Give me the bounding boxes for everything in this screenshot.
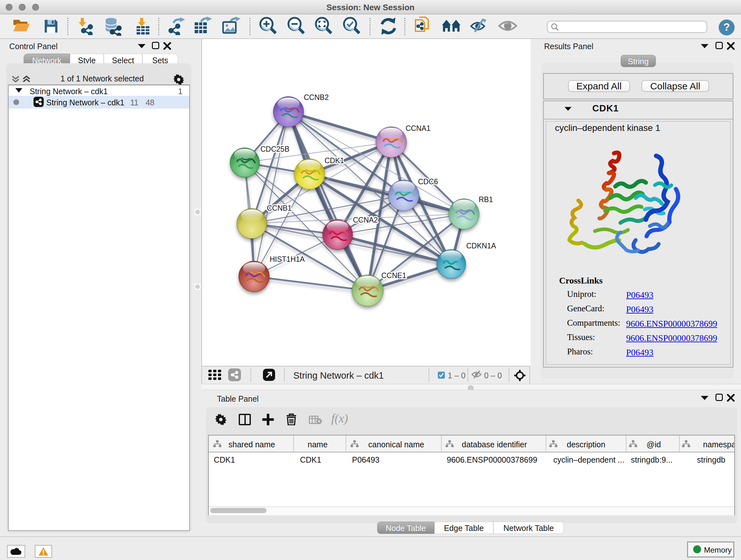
- svg-text:CDK1: CDK1: [325, 157, 344, 165]
- svg-text:CCNE1: CCNE1: [381, 271, 406, 280]
- svg-text:CCNA2: CCNA2: [353, 216, 378, 224]
- svg-text:CDC25B: CDC25B: [260, 145, 289, 153]
- svg-text:HIST1H1A: HIST1H1A: [270, 255, 305, 263]
- svg-text:CDC6: CDC6: [418, 178, 438, 186]
- svg-text:CDKN1A: CDKN1A: [466, 242, 496, 250]
- svg-text:RB1: RB1: [479, 195, 493, 204]
- svg-text:CCNB2: CCNB2: [304, 93, 329, 102]
- svg-text:CCNA1: CCNA1: [406, 124, 430, 132]
- svg-text:CCNB1: CCNB1: [267, 204, 292, 212]
